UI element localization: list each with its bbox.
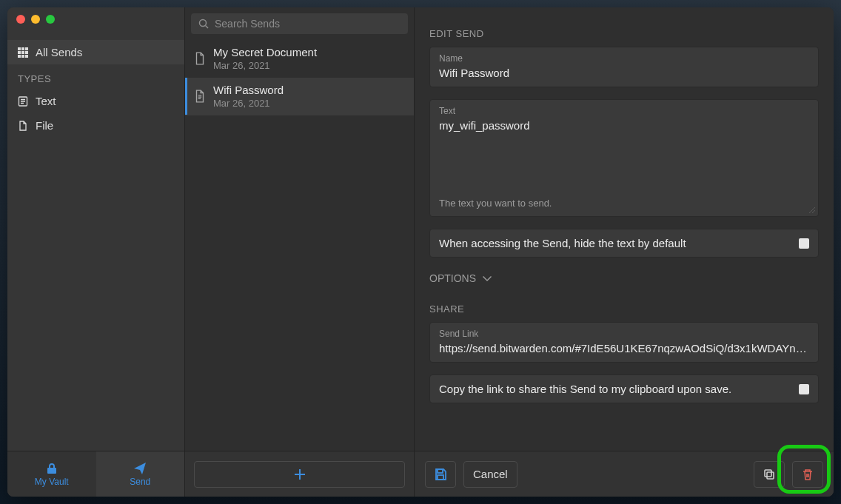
send-link-value: https://send.bitwarden.com/#7IdE56U1KE67… xyxy=(430,339,818,362)
search-icon xyxy=(198,19,209,29)
options-label: OPTIONS xyxy=(429,272,476,284)
footer-tab-send[interactable]: Send xyxy=(96,451,185,497)
window-close-button[interactable] xyxy=(16,15,25,24)
svg-line-14 xyxy=(206,26,209,29)
name-label: Name xyxy=(430,47,818,64)
options-toggle[interactable]: OPTIONS xyxy=(429,272,819,284)
copy-on-save-row[interactable]: Copy the link to share this Send to my c… xyxy=(429,374,819,403)
svg-point-13 xyxy=(200,20,207,27)
sidebar-types-header: TYPES xyxy=(7,64,184,89)
svg-rect-6 xyxy=(18,55,21,58)
share-header: SHARE xyxy=(429,303,819,315)
add-send-button[interactable] xyxy=(194,461,405,488)
window-minimize-button[interactable] xyxy=(31,15,40,24)
send-link-field-group[interactable]: Send Link https://send.bitwarden.com/#7I… xyxy=(429,322,819,363)
grid-icon xyxy=(18,47,28,58)
svg-rect-0 xyxy=(18,47,21,50)
window-zoom-button[interactable] xyxy=(46,15,55,24)
svg-rect-7 xyxy=(21,55,24,58)
sidebar-item-label: All Sends xyxy=(36,46,82,58)
send-item-date: Mar 26, 2021 xyxy=(213,98,405,109)
text-label: Text xyxy=(430,100,818,116)
footer-tab-my-vault[interactable]: My Vault xyxy=(7,451,96,497)
text-helper: The text you want to send. xyxy=(430,198,818,216)
cancel-label: Cancel xyxy=(473,468,508,480)
file-icon xyxy=(18,121,28,131)
lock-icon xyxy=(45,462,58,475)
hide-text-toggle-row[interactable]: When accessing the Send, hide the text b… xyxy=(429,229,819,258)
svg-rect-2 xyxy=(25,47,28,50)
name-value: Wifi Password xyxy=(430,64,818,87)
sidebar-item-label: File xyxy=(36,119,53,132)
svg-rect-5 xyxy=(25,51,28,54)
send-icon xyxy=(133,462,147,475)
copy-on-save-label: Copy the link to share this Send to my c… xyxy=(439,383,731,395)
sidebar-item-text[interactable]: Text xyxy=(7,89,184,113)
detail-panel: EDIT SEND Name Wifi Password Text The te… xyxy=(415,7,834,451)
text-icon xyxy=(18,96,28,107)
footer-tab-label: Send xyxy=(130,477,150,487)
sidebar: All Sends TYPES Text File xyxy=(7,7,185,451)
send-list-item[interactable]: Wifi Password Mar 26, 2021 xyxy=(185,78,414,115)
save-button[interactable] xyxy=(425,461,456,488)
plus-icon xyxy=(294,468,306,480)
name-field-group[interactable]: Name Wifi Password xyxy=(429,47,819,87)
copy-icon xyxy=(763,468,776,481)
send-list-item[interactable]: My Secret Document Mar 26, 2021 xyxy=(185,40,414,78)
text-textarea[interactable] xyxy=(430,116,818,195)
send-list-column: My Secret Document Mar 26, 2021 Wifi Pas… xyxy=(185,7,415,451)
svg-rect-8 xyxy=(25,55,28,58)
svg-rect-24 xyxy=(765,470,771,477)
svg-rect-1 xyxy=(21,47,24,50)
delete-button[interactable] xyxy=(792,461,823,488)
text-field-group[interactable]: Text The text you want to send. xyxy=(429,99,819,217)
trash-icon xyxy=(801,468,814,481)
sidebar-item-label: Text xyxy=(36,95,56,107)
send-item-title: Wifi Password xyxy=(213,84,405,96)
hide-text-checkbox[interactable] xyxy=(799,238,809,249)
sidebar-item-file[interactable]: File xyxy=(7,113,184,138)
copy-link-button[interactable] xyxy=(754,461,785,488)
text-icon xyxy=(194,90,206,103)
chevron-down-icon xyxy=(482,273,492,283)
svg-rect-22 xyxy=(438,469,443,473)
edit-send-header: EDIT SEND xyxy=(429,28,819,39)
file-icon xyxy=(194,52,206,65)
search-field[interactable] xyxy=(215,18,401,30)
copy-on-save-checkbox[interactable] xyxy=(799,384,809,394)
svg-rect-23 xyxy=(438,475,443,480)
svg-rect-21 xyxy=(295,474,305,475)
sidebar-item-all-sends[interactable]: All Sends xyxy=(7,40,184,64)
svg-rect-4 xyxy=(21,51,24,54)
search-input[interactable] xyxy=(191,13,408,34)
send-link-label: Send Link xyxy=(430,323,818,339)
footer-tab-label: My Vault xyxy=(35,477,69,487)
cancel-button[interactable]: Cancel xyxy=(463,461,517,488)
svg-rect-25 xyxy=(767,472,774,479)
save-icon xyxy=(434,468,447,481)
hide-text-label: When accessing the Send, hide the text b… xyxy=(439,237,686,249)
send-item-title: My Secret Document xyxy=(213,46,405,58)
svg-rect-3 xyxy=(18,51,21,54)
send-item-date: Mar 26, 2021 xyxy=(213,60,405,71)
